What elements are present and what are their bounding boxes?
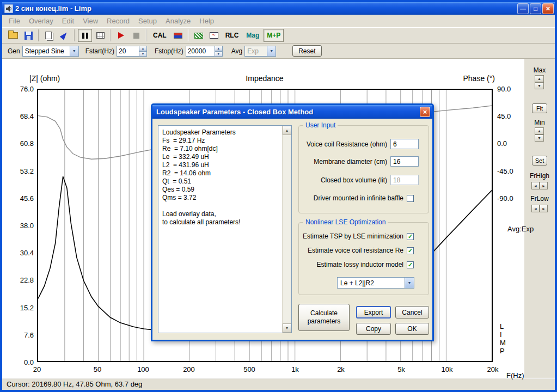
- spin-up-icon[interactable]: ▲: [535, 127, 544, 134]
- inductor-model-value: Le + L2||R2: [338, 279, 405, 287]
- x-tick-label: 50: [84, 365, 111, 373]
- menu-bar: File Overlay Edit View Record Setup Anal…: [2, 15, 555, 27]
- pen-icon: [60, 30, 69, 40]
- menu-file[interactable]: File: [4, 15, 25, 27]
- toolbar-separator: [188, 29, 189, 41]
- arrow-left-icon[interactable]: ◄: [531, 182, 540, 189]
- spin-up-icon[interactable]: ▲: [215, 46, 223, 51]
- arrow-right-icon[interactable]: ►: [540, 205, 548, 212]
- spin-down-icon[interactable]: ▼: [535, 134, 544, 142]
- parameters-results-box[interactable]: Loudspeaker Parameters Fs = 29.17 Hz Re …: [158, 125, 292, 333]
- arrow-right-icon[interactable]: ►: [540, 182, 548, 189]
- menu-overlay[interactable]: Overlay: [25, 15, 58, 27]
- signal-generator-button[interactable]: ~: [207, 29, 221, 42]
- edit-button[interactable]: [57, 29, 71, 42]
- save-file-button[interactable]: [21, 29, 35, 42]
- ok-button[interactable]: OK: [395, 323, 429, 335]
- dialog-title-bar[interactable]: Loudspeaker Parameters - Closed Box Meth…: [152, 105, 432, 119]
- chevron-down-icon: ▼: [267, 46, 276, 56]
- export-button[interactable]: Export: [356, 306, 391, 318]
- y-right-tick-label: -45.0: [497, 167, 513, 175]
- toolbar: CAL ~ RLC Mag M+P: [2, 27, 555, 44]
- window-title: 2 син конец.lim - Limp: [15, 4, 517, 13]
- y-left-tick-label: 7.6: [9, 331, 34, 339]
- parameters-results-text: Loudspeaker Parameters Fs = 29.17 Hz Re …: [162, 128, 280, 226]
- scroll-up-icon[interactable]: ▲: [283, 126, 291, 135]
- magnitude-view-button[interactable]: Mag: [243, 29, 262, 42]
- max-label: Max: [524, 66, 555, 74]
- frlow-arrows[interactable]: ◄►: [531, 205, 548, 212]
- toolbar-separator: [74, 29, 75, 41]
- y-left-tick-label: 53.2: [9, 167, 34, 175]
- stop-icon: [133, 33, 139, 39]
- calibration-flag-button[interactable]: [171, 29, 185, 42]
- frhigh-arrows[interactable]: ◄►: [531, 182, 548, 189]
- left-axis-title: |Z| (ohm): [29, 74, 60, 83]
- title-bar[interactable]: 2 син конец.lim - Limp — □ ×: [2, 2, 555, 15]
- results-scrollbar[interactable]: ▲ ▼: [282, 126, 291, 333]
- menu-help[interactable]: Help: [195, 15, 218, 27]
- voice-coil-resistance-input[interactable]: [390, 139, 419, 149]
- pause-icon: [82, 33, 88, 39]
- menu-view[interactable]: View: [78, 15, 102, 27]
- x-tick-label: 10k: [434, 365, 460, 373]
- menu-record[interactable]: Record: [102, 15, 134, 27]
- spin-up-icon[interactable]: ▲: [535, 75, 544, 82]
- document-icon: [45, 32, 52, 39]
- chart-title: Impedance: [210, 74, 319, 83]
- app-icon: [4, 4, 13, 13]
- generator-type-select[interactable]: Stepped Sine ▼: [22, 46, 79, 57]
- y-right-tick-label: 90.0: [497, 85, 511, 93]
- fit-button[interactable]: Fit: [532, 103, 547, 113]
- minimize-button[interactable]: —: [517, 3, 529, 14]
- calculate-parameters-button[interactable]: Calculate parameters: [298, 304, 350, 331]
- maximize-button[interactable]: □: [530, 3, 541, 14]
- estimate-re-checkbox[interactable]: ✓: [407, 247, 414, 254]
- copy-button[interactable]: [42, 29, 56, 42]
- fstart-input[interactable]: [117, 46, 139, 57]
- spin-up-icon[interactable]: ▲: [139, 46, 147, 51]
- lossy-inductor-checkbox[interactable]: ✓: [407, 261, 414, 268]
- save-floppy-icon: [25, 32, 33, 40]
- scroll-down-icon[interactable]: ▼: [283, 323, 291, 333]
- min-spinner[interactable]: ▲▼: [535, 127, 544, 142]
- spin-down-icon[interactable]: ▼: [535, 82, 544, 89]
- arrow-left-icon[interactable]: ◄: [531, 205, 540, 212]
- spin-down-icon[interactable]: ▼: [139, 51, 147, 57]
- chevron-down-icon: ▼: [70, 46, 78, 56]
- dialog-close-button[interactable]: ×: [420, 107, 430, 117]
- reset-button[interactable]: Reset: [292, 45, 321, 57]
- cancel-button[interactable]: Cancel: [395, 306, 429, 318]
- averaging-select: Exp ▼: [244, 46, 276, 57]
- start-measurement-button[interactable]: [114, 29, 128, 42]
- inductor-model-select[interactable]: Le + L2||R2 ▼: [337, 277, 414, 289]
- toolbar-separator: [146, 29, 147, 41]
- overlay-hatch-icon: [194, 33, 203, 39]
- lse-minimization-checkbox[interactable]: ✓: [407, 233, 414, 240]
- pause-button[interactable]: [78, 29, 92, 42]
- set-button[interactable]: Set: [532, 156, 547, 166]
- y-left-tick-label: 22.8: [9, 276, 34, 284]
- infinite-baffle-checkbox[interactable]: [407, 195, 414, 202]
- menu-edit[interactable]: Edit: [58, 15, 78, 27]
- stop-measurement-button[interactable]: [129, 29, 143, 42]
- menu-analyze[interactable]: Analyze: [161, 15, 195, 27]
- rlc-button[interactable]: RLC: [222, 29, 242, 42]
- calibrate-button[interactable]: CAL: [150, 29, 170, 42]
- lossy-inductor-label: Estimate lossy inductor model: [299, 261, 403, 268]
- overlay-button[interactable]: [192, 29, 206, 42]
- magnitude-phase-view-button[interactable]: M+P: [264, 29, 284, 42]
- open-file-button[interactable]: [6, 29, 20, 42]
- y-left-tick-label: 68.4: [9, 112, 34, 120]
- fstop-spinner[interactable]: ▲▼: [215, 46, 223, 57]
- spin-down-icon[interactable]: ▼: [215, 51, 223, 57]
- fstart-spinner[interactable]: ▲▼: [139, 46, 147, 57]
- max-spinner[interactable]: ▲▼: [535, 75, 544, 89]
- menu-setup[interactable]: Setup: [134, 15, 161, 27]
- chevron-down-icon: ▼: [405, 278, 414, 288]
- membrane-diameter-input[interactable]: [390, 156, 419, 167]
- table-view-button[interactable]: [93, 29, 107, 42]
- fstop-input[interactable]: [186, 46, 215, 57]
- close-button[interactable]: ×: [542, 3, 554, 14]
- copy-button[interactable]: Copy: [356, 323, 391, 335]
